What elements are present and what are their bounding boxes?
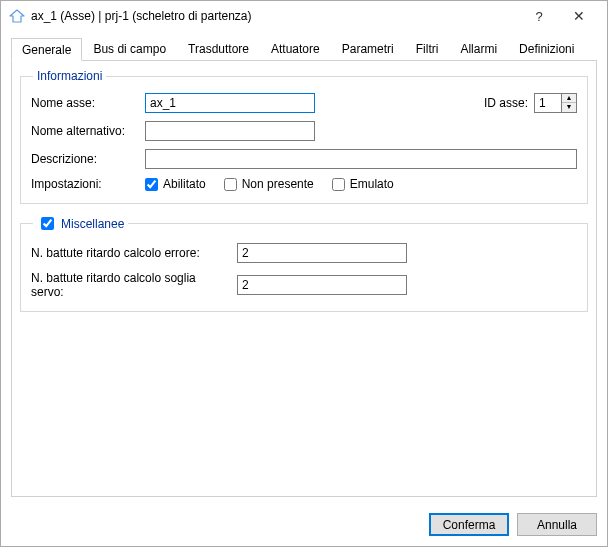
descrizione-input[interactable] — [145, 149, 577, 169]
tab-parametri[interactable]: Parametri — [331, 37, 405, 60]
tab-bus-di-campo[interactable]: Bus di campo — [82, 37, 177, 60]
battute-errore-input[interactable] — [237, 243, 407, 263]
tab-attuatore[interactable]: Attuatore — [260, 37, 331, 60]
emulato-checkbox-input[interactable] — [332, 178, 345, 191]
miscellanee-enable-checkbox[interactable] — [41, 217, 54, 230]
tabstrip: Generale Bus di campo Trasduttore Attuat… — [11, 37, 597, 61]
nome-alternativo-input[interactable] — [145, 121, 315, 141]
nome-asse-label: Nome asse: — [31, 96, 139, 110]
svg-marker-0 — [10, 10, 24, 22]
tab-trasduttore[interactable]: Trasduttore — [177, 37, 260, 60]
tab-filtri[interactable]: Filtri — [405, 37, 450, 60]
non-presente-checkbox-label: Non presente — [242, 177, 314, 191]
battute-soglia-label: N. battute ritardo calcolo soglia servo: — [31, 271, 231, 299]
dialog-window: ax_1 (Asse) | prj-1 (scheletro di parten… — [0, 0, 608, 547]
dialog-button-bar: Conferma Annulla — [1, 505, 607, 546]
id-asse-spinner[interactable]: ▲ ▼ — [534, 93, 577, 113]
group-informazioni: Informazioni Nome asse: ID asse: ▲ ▼ — [20, 69, 588, 204]
nome-asse-input[interactable] — [145, 93, 315, 113]
group-miscellanee-legend: Miscellanee — [61, 217, 124, 231]
tab-allarmi[interactable]: Allarmi — [449, 37, 508, 60]
impostazioni-label: Impostazioni: — [31, 177, 139, 191]
abilitato-checkbox-label: Abilitato — [163, 177, 206, 191]
id-asse-label: ID asse: — [484, 96, 528, 110]
descrizione-label: Descrizione: — [31, 152, 139, 166]
id-asse-spin-up[interactable]: ▲ — [562, 94, 576, 103]
tab-generale[interactable]: Generale — [11, 38, 82, 61]
id-asse-input[interactable] — [534, 93, 562, 113]
annulla-button[interactable]: Annulla — [517, 513, 597, 536]
help-button[interactable]: ? — [519, 1, 559, 31]
battute-soglia-input[interactable] — [237, 275, 407, 295]
emulato-checkbox[interactable]: Emulato — [332, 177, 394, 191]
emulato-checkbox-label: Emulato — [350, 177, 394, 191]
tab-definizioni[interactable]: Definizioni — [508, 37, 585, 60]
dialog-body: Generale Bus di campo Trasduttore Attuat… — [1, 31, 607, 505]
abilitato-checkbox[interactable]: Abilitato — [145, 177, 206, 191]
group-miscellanee: Miscellanee N. battute ritardo calcolo e… — [20, 214, 588, 312]
window-title: ax_1 (Asse) | prj-1 (scheletro di parten… — [31, 9, 519, 23]
group-informazioni-legend: Informazioni — [33, 69, 106, 83]
non-presente-checkbox[interactable]: Non presente — [224, 177, 314, 191]
titlebar: ax_1 (Asse) | prj-1 (scheletro di parten… — [1, 1, 607, 31]
abilitato-checkbox-input[interactable] — [145, 178, 158, 191]
non-presente-checkbox-input[interactable] — [224, 178, 237, 191]
nome-alternativo-label: Nome alternativo: — [31, 124, 139, 138]
close-button[interactable]: ✕ — [559, 1, 599, 31]
id-asse-spin-down[interactable]: ▼ — [562, 103, 576, 112]
app-icon — [9, 8, 25, 24]
battute-errore-label: N. battute ritardo calcolo errore: — [31, 246, 231, 260]
tab-panel-generale: Informazioni Nome asse: ID asse: ▲ ▼ — [11, 61, 597, 497]
conferma-button[interactable]: Conferma — [429, 513, 509, 536]
